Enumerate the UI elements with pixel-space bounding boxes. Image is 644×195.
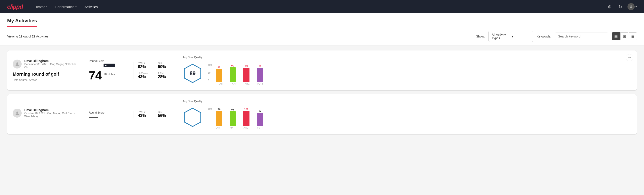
bar-app-fill xyxy=(230,68,236,82)
score-value-row: 74 +4 18 Holes xyxy=(89,64,129,81)
fw-hit-value-2: 43% xyxy=(138,113,154,118)
stats-grid-2: FW Hit 43% GIR 56% xyxy=(138,111,174,118)
navigation: clippd Teams ▾ Performance ▾ Activities … xyxy=(0,0,644,14)
bar2-putt-fill xyxy=(257,113,263,126)
svg-marker-4 xyxy=(184,108,201,126)
round-score-label-2: Round Score xyxy=(89,111,129,114)
avatar-button[interactable]: ▾ xyxy=(628,3,637,10)
quality-hexagon: 89 xyxy=(182,63,202,84)
gir-label-2: GIR xyxy=(158,111,174,113)
hexagon-svg-2 xyxy=(182,107,202,128)
avatar-chevron: ▾ xyxy=(636,5,637,8)
viewing-prefix: Viewing xyxy=(7,34,19,38)
gir-stat-2: GIR 56% xyxy=(158,111,174,118)
viewing-suffix: Activities xyxy=(36,34,48,38)
bar2-ott-value: 94 xyxy=(218,108,220,110)
quality-body: 89 100 50 0 85 xyxy=(182,62,631,85)
bar2-ott-fill xyxy=(216,111,222,126)
quality-label: Avg Shot Quality xyxy=(182,56,631,59)
show-label: Show: xyxy=(476,34,485,38)
score-dash xyxy=(89,117,98,118)
dropdown-chevron: ▾ xyxy=(512,34,530,38)
activity-type-value: All Activity Types xyxy=(492,33,510,40)
svg-point-1 xyxy=(16,62,18,64)
score-badge: +4 xyxy=(104,64,115,67)
bar-putt-value: 89 xyxy=(259,65,261,68)
filter-bar: Viewing 12 out of 29 Activities Show: Al… xyxy=(0,27,644,46)
bars-2: 94 93 106 8 xyxy=(213,108,266,126)
nav-item-performance[interactable]: Performance ▾ xyxy=(52,3,80,10)
view-toggles: ▤ ⊞ ☰ xyxy=(612,32,637,40)
y-label-50: 50 xyxy=(208,72,212,74)
oneputt-value: 28% xyxy=(158,74,174,79)
bar-chart-2: 100 94 93 xyxy=(208,106,266,129)
round-score-section-2: Round Score xyxy=(84,111,129,118)
bar-arg-fill xyxy=(243,68,250,82)
nav-item-activities[interactable]: Activities xyxy=(81,3,101,10)
teams-label: Teams xyxy=(36,5,45,9)
round-score-section: Round Score 74 +4 18 Holes xyxy=(84,60,129,81)
gir-label: GIR xyxy=(158,62,174,64)
bar-app-value: 90 xyxy=(232,64,234,67)
bar-putt: 89 xyxy=(254,64,266,82)
updown-label: Up/Down xyxy=(138,72,154,74)
stats-grid: FW Hit 62% GIR 50% Up/Down 43% 1 Putt 28… xyxy=(138,62,174,79)
score-big: 74 xyxy=(89,70,102,81)
view-compact-icon: ▤ xyxy=(614,34,618,38)
avg-shot-quality-section-2: Avg Shot Quality 100 xyxy=(178,100,631,129)
card-user-2: Dave Billingham October 16, 2021 · Gog M… xyxy=(13,108,80,118)
score-holes: 18 Holes xyxy=(104,72,115,76)
nav-item-teams[interactable]: Teams ▾ xyxy=(32,3,51,10)
page-header: My Activities xyxy=(0,14,644,27)
edit-button[interactable]: ✏ xyxy=(626,54,633,61)
svg-point-0 xyxy=(630,5,632,7)
oneputt-stat: 1 Putt 28% xyxy=(158,72,174,79)
x-label-ott: OTT xyxy=(216,82,227,85)
view-list-button[interactable]: ☰ xyxy=(629,32,637,40)
bar-putt-fill xyxy=(257,68,263,82)
x-label-app-2: APP xyxy=(226,126,238,129)
data-source: Data Source: Arccos xyxy=(13,78,80,82)
search-input[interactable] xyxy=(555,32,608,40)
x-axis-2: OTT APP ARG PUTT xyxy=(208,126,266,129)
round-score-label: Round Score xyxy=(89,60,129,63)
keywords-label: Keywords: xyxy=(537,34,551,38)
bar2-app: 93 xyxy=(227,108,238,126)
refresh-icon[interactable]: ↻ xyxy=(617,3,624,10)
fw-hit-stat-2: FW Hit 43% xyxy=(138,111,154,118)
view-compact-button[interactable]: ▤ xyxy=(612,32,620,40)
x-axis: OTT APP ARG PUTT xyxy=(208,82,266,85)
add-icon[interactable]: ⊕ xyxy=(606,3,613,10)
y-label-0: 0 xyxy=(208,79,212,82)
user-date: December 05, 2021 · Gog Magog Golf Club … xyxy=(24,63,80,69)
y-label-100: 100 xyxy=(208,64,212,66)
bar2-app-value: 93 xyxy=(232,108,234,111)
y-axis: 100 50 0 xyxy=(208,64,212,82)
activity-type-dropdown[interactable]: All Activity Types ▾ xyxy=(488,31,533,42)
user-avatar xyxy=(13,60,22,68)
chart-bars-container-2: 100 94 93 xyxy=(208,106,266,126)
fw-hit-label-2: FW Hit xyxy=(138,111,154,113)
user-avatar-2 xyxy=(13,109,22,118)
x-label-arg-2: ARG xyxy=(240,126,252,129)
avg-shot-quality-section: Avg Shot Quality 89 100 50 0 xyxy=(178,56,631,85)
performance-chevron: ▾ xyxy=(76,6,76,8)
user-name: Dave Billingham xyxy=(24,59,80,63)
x-label-ott-2: OTT xyxy=(212,126,224,129)
viewing-middle: out of xyxy=(22,34,32,38)
nav-right: ⊕ ↻ ▾ xyxy=(606,3,637,10)
updown-value: 43% xyxy=(138,74,154,79)
activities-label: Activities xyxy=(84,5,98,9)
logo[interactable]: clippd xyxy=(7,3,23,10)
updown-stat: Up/Down 43% xyxy=(138,72,154,79)
viewing-count: 12 xyxy=(19,34,22,38)
bar2-arg-value: 106 xyxy=(244,108,248,110)
y-axis-2: 100 xyxy=(208,108,212,126)
bar-arg-value: 89 xyxy=(245,65,248,68)
bar-arg: 89 xyxy=(240,64,252,82)
bars: 85 90 89 89 xyxy=(213,64,266,82)
bar-ott: 85 xyxy=(213,64,225,82)
view-grid-button[interactable]: ⊞ xyxy=(620,32,628,40)
bar2-app-fill xyxy=(230,111,236,126)
card-user: Dave Billingham December 05, 2021 · Gog … xyxy=(13,59,80,69)
